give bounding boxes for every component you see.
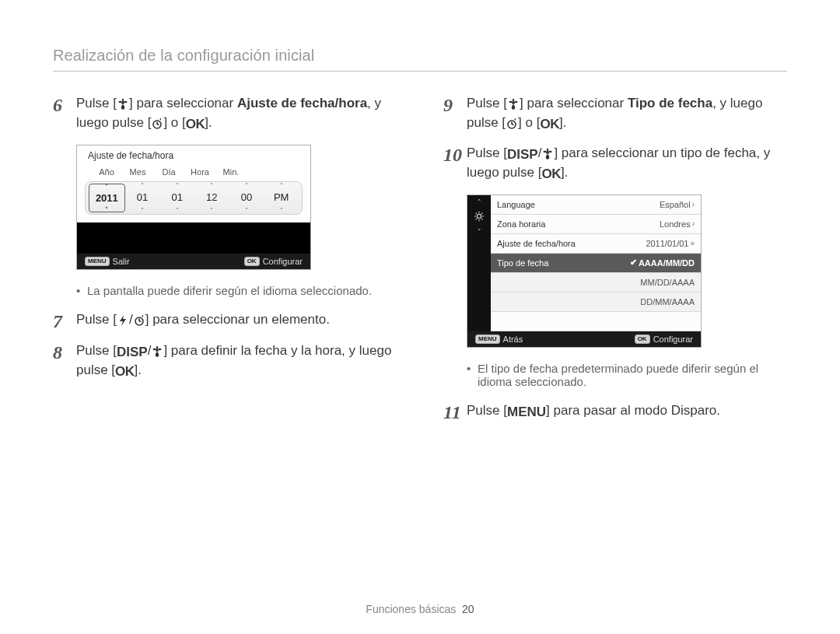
screenshot-title: Ajuste de fecha/hora bbox=[77, 145, 310, 163]
macro-flower-icon bbox=[151, 344, 163, 362]
menu-row-timezone[interactable]: Zona horariaLondres› bbox=[491, 215, 701, 234]
chevron-right-icon: › bbox=[692, 219, 695, 228]
footer-confirm: OKConfigurar bbox=[635, 335, 693, 344]
svg-line-34 bbox=[481, 212, 482, 213]
footer-back: MENUAtrás bbox=[475, 335, 523, 344]
svg-point-2 bbox=[118, 101, 121, 103]
hour-spinner[interactable]: ˄12˅ bbox=[194, 184, 229, 212]
svg-point-13 bbox=[153, 349, 156, 350]
svg-line-32 bbox=[481, 219, 482, 219]
disp-key-icon: DISP bbox=[507, 146, 538, 164]
svg-line-31 bbox=[476, 212, 477, 213]
svg-point-18 bbox=[514, 101, 517, 103]
ampm-spinner[interactable]: ˄PM˅ bbox=[264, 184, 299, 212]
datetime-labels: Año Mes Día Hora Min. bbox=[77, 163, 310, 178]
year-spinner[interactable]: ˄2011˅ bbox=[89, 184, 125, 212]
svg-line-33 bbox=[476, 219, 477, 219]
step-9: 9 Pulse [] para seleccionar Tipo de fech… bbox=[443, 95, 787, 134]
step-number: 6 bbox=[53, 95, 76, 115]
step-7: 7 Pulse [/] para seleccionar un elemento… bbox=[53, 311, 397, 331]
svg-point-25 bbox=[549, 151, 552, 152]
svg-point-1 bbox=[122, 99, 124, 102]
datetime-setting-screenshot: Ajuste de fecha/hora Año Mes Día Hora Mi… bbox=[76, 145, 311, 270]
menu-row-datetype-selected[interactable]: Tipo de fecha✔AAAA/MM/DD bbox=[491, 254, 701, 273]
menu-row-language[interactable]: LanguageEspañol› bbox=[491, 195, 701, 215]
ok-key-icon: OK bbox=[540, 116, 559, 134]
menu-list: LanguageEspañol› Zona horariaLondres› Aj… bbox=[491, 195, 701, 331]
self-timer-icon bbox=[133, 313, 145, 331]
chevron-right-icon: › bbox=[692, 200, 695, 208]
ok-key-icon: OK bbox=[541, 166, 561, 184]
day-spinner[interactable]: ˄01˅ bbox=[159, 184, 194, 212]
datetime-spinner-row: ˄2011˅ ˄01˅ ˄01˅ ˄12˅ ˄00˅ ˄PM˅ bbox=[85, 181, 303, 215]
svg-marker-7 bbox=[120, 315, 126, 326]
chevron-up-icon: ˄ bbox=[478, 198, 481, 206]
ok-key-icon: OK bbox=[186, 116, 205, 134]
macro-flower-icon bbox=[117, 96, 129, 114]
self-timer-icon bbox=[151, 116, 163, 134]
step-10: 10 Pulse [DISP/] para seleccionar un tip… bbox=[443, 145, 787, 184]
ok-key-icon: OK bbox=[115, 363, 135, 381]
svg-point-17 bbox=[509, 101, 512, 103]
menu-row-datetype-option[interactable]: .MM/DD/AAAA bbox=[491, 273, 701, 292]
macro-flower-icon bbox=[541, 146, 554, 164]
chevron-right-icon: » bbox=[690, 239, 695, 247]
check-icon: ✔ bbox=[630, 257, 637, 268]
chevron-down-icon: ˅ bbox=[478, 228, 481, 236]
self-timer-icon bbox=[506, 116, 518, 134]
macro-flower-icon bbox=[507, 96, 520, 114]
sidebar-icons: ˄ ˅ bbox=[467, 195, 491, 331]
date-type-screenshot: ˄ ˅ LanguageEspañol› Zona horariaLondres… bbox=[467, 194, 702, 348]
svg-point-26 bbox=[477, 214, 481, 218]
svg-point-12 bbox=[156, 346, 158, 349]
menu-row-datetime[interactable]: Ajuste de fecha/hora2011/01/01» bbox=[491, 234, 701, 254]
svg-point-14 bbox=[159, 349, 162, 350]
step-text: Pulse [] para seleccionar Ajuste de fech… bbox=[76, 95, 397, 134]
step-11: 11 Pulse [MENU] para pasar al modo Dispa… bbox=[443, 402, 787, 422]
flash-icon bbox=[117, 313, 129, 331]
svg-point-16 bbox=[513, 99, 514, 102]
menu-row-empty bbox=[491, 312, 701, 331]
chevron-down-icon: ˅ bbox=[89, 206, 124, 213]
right-column: 9 Pulse [] para seleccionar Tipo de fech… bbox=[443, 95, 787, 433]
svg-point-23 bbox=[547, 149, 548, 152]
disp-key-icon: DISP bbox=[117, 344, 148, 362]
page-footer: Funciones básicas 20 bbox=[0, 603, 840, 615]
gear-icon bbox=[474, 211, 485, 223]
month-spinner[interactable]: ˄01˅ bbox=[125, 184, 160, 212]
note-right: •El tipo de fecha predeterminado puede d… bbox=[467, 362, 787, 388]
step-6: 6 Pulse [] para seleccionar Ajuste de fe… bbox=[53, 95, 397, 134]
footer-confirm: OKConfigurar bbox=[244, 257, 303, 266]
svg-point-24 bbox=[544, 151, 547, 152]
page-title: Realización de la configuración inicial bbox=[53, 47, 787, 72]
footer-exit: MENUSalir bbox=[85, 257, 130, 266]
step-8: 8 Pulse [DISP/] para definir la fecha y … bbox=[53, 342, 397, 381]
menu-row-datetype-option[interactable]: .DD/MM/AAAA bbox=[491, 292, 701, 312]
minute-spinner[interactable]: ˄00˅ bbox=[229, 184, 264, 212]
chevron-up-icon: ˄ bbox=[89, 183, 124, 190]
left-column: 6 Pulse [] para seleccionar Ajuste de fe… bbox=[53, 95, 397, 433]
menu-key-icon: MENU bbox=[507, 404, 546, 422]
svg-point-3 bbox=[124, 101, 127, 103]
note-left: •La pantalla puede diferir según el idio… bbox=[76, 284, 397, 297]
